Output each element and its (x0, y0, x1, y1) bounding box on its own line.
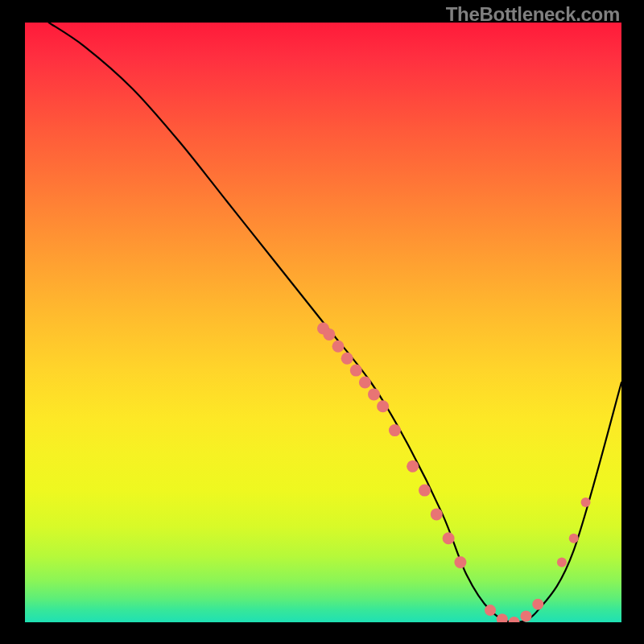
data-marker (377, 400, 389, 412)
bottleneck-curve (49, 23, 621, 622)
data-marker (497, 613, 508, 622)
data-marker (443, 532, 455, 544)
data-marker (389, 424, 401, 436)
data-marker (332, 341, 345, 353)
data-marker (368, 388, 380, 400)
watermark-text: TheBottleneck.com (446, 3, 620, 26)
data-marker (359, 377, 371, 389)
data-marker (431, 508, 443, 520)
markers-descending (317, 322, 466, 568)
data-marker (419, 485, 431, 497)
data-marker (532, 599, 543, 610)
plot-area (25, 23, 621, 622)
data-marker (454, 556, 466, 568)
data-marker (350, 365, 362, 377)
data-marker (407, 460, 419, 473)
data-marker (557, 558, 567, 568)
markers-ascending (557, 497, 591, 568)
data-marker (509, 617, 520, 622)
data-marker (323, 328, 335, 341)
data-marker (485, 605, 496, 616)
data-marker (581, 497, 591, 507)
chart-svg (25, 23, 621, 622)
markers-bottom (485, 599, 543, 622)
data-marker (520, 611, 531, 622)
data-marker (341, 353, 353, 365)
data-marker (569, 534, 579, 543)
